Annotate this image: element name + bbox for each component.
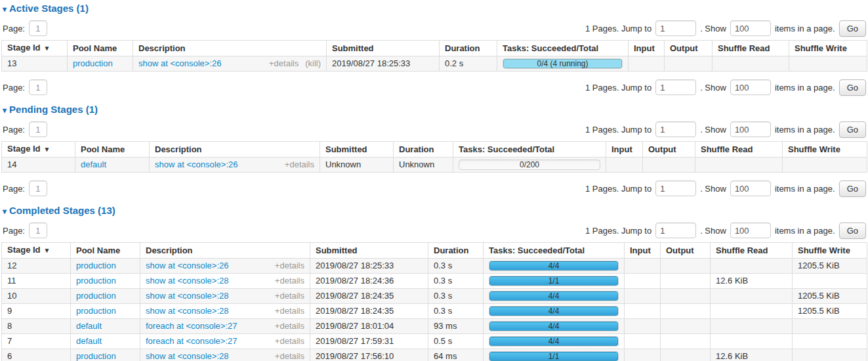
section-title-completed-stages[interactable]: ▾Completed Stages (13): [3, 205, 867, 217]
column-header-shuffle-write[interactable]: Shuffle Write: [789, 41, 867, 56]
pool-link[interactable]: production: [76, 276, 116, 286]
column-header-duration[interactable]: Duration: [428, 243, 484, 259]
items-per-page-input[interactable]: [730, 121, 771, 137]
kill-link[interactable]: (kill): [305, 58, 321, 69]
details-toggle[interactable]: +details: [269, 58, 299, 69]
column-header-shuffle-read[interactable]: Shuffle Read: [695, 142, 783, 158]
stage-description-link[interactable]: show at <console>:28: [146, 276, 228, 286]
column-header-duration[interactable]: Duration: [394, 142, 453, 158]
duration-cell: 64 ms: [428, 349, 484, 361]
pool-link[interactable]: production: [73, 58, 113, 68]
go-button[interactable]: Go: [839, 121, 866, 138]
column-header-input[interactable]: Input: [625, 243, 661, 259]
input-cell: [606, 158, 643, 173]
pool-link[interactable]: production: [76, 261, 116, 270]
details-toggle[interactable]: +details: [285, 159, 314, 170]
pool-link[interactable]: default: [76, 336, 102, 346]
task-progress-label: 0/4 (4 running): [503, 59, 622, 68]
jump-to-page-input[interactable]: [655, 223, 696, 238]
details-toggle[interactable]: +details: [275, 291, 304, 301]
page-number-input[interactable]: [29, 223, 47, 238]
pool-link[interactable]: production: [76, 306, 116, 316]
column-header-pool-name[interactable]: Pool Name: [75, 142, 150, 158]
column-header-submitted[interactable]: Submitted: [320, 142, 394, 158]
column-header-tasks-succeeded-total[interactable]: Tasks: Succeeded/Total: [484, 243, 625, 259]
column-header-input[interactable]: Input: [606, 142, 643, 158]
details-toggle[interactable]: +details: [275, 321, 304, 331]
input-cell: [625, 304, 661, 319]
section-title-active-stages[interactable]: ▾Active Stages (1): [3, 3, 867, 15]
stage-row: 11productionshow at <console>:28+details…: [2, 274, 867, 289]
column-header-description[interactable]: Description: [140, 243, 310, 259]
stage-description-link[interactable]: show at <console>:28: [146, 291, 228, 301]
pages-total-text: 1 Pages. Jump to: [585, 125, 651, 135]
description-actions: +details: [275, 351, 304, 361]
column-header-shuffle-read[interactable]: Shuffle Read: [711, 243, 793, 259]
details-toggle[interactable]: +details: [275, 261, 304, 271]
details-toggle[interactable]: +details: [275, 276, 304, 286]
jump-to-page-input[interactable]: [655, 20, 696, 36]
column-header-tasks-succeeded-total[interactable]: Tasks: Succeeded/Total: [453, 142, 606, 158]
items-per-page-input[interactable]: [730, 79, 771, 95]
column-header-stage-id[interactable]: Stage Id▼: [2, 41, 68, 56]
submitted-cell: 2019/08/27 18:01:04: [310, 319, 428, 334]
column-header-shuffle-write[interactable]: Shuffle Write: [793, 243, 867, 259]
items-per-page-input[interactable]: [730, 223, 771, 238]
column-header-duration[interactable]: Duration: [440, 41, 497, 56]
jump-to-page-input[interactable]: [655, 180, 696, 196]
stage-description-link[interactable]: show at <console>:26: [155, 159, 238, 170]
column-header-stage-id[interactable]: Stage Id▼: [2, 243, 71, 259]
column-header-submitted[interactable]: Submitted: [327, 41, 440, 56]
column-header-shuffle-read[interactable]: Shuffle Read: [713, 41, 789, 56]
column-header-tasks-succeeded-total[interactable]: Tasks: Succeeded/Total: [497, 41, 629, 56]
column-header-output[interactable]: Output: [643, 142, 695, 158]
stage-description-link[interactable]: show at <console>:28: [146, 306, 228, 316]
pool-link[interactable]: production: [76, 351, 116, 361]
details-toggle[interactable]: +details: [275, 306, 304, 316]
column-header-stage-id[interactable]: Stage Id▼: [2, 142, 75, 158]
shuffle-write-cell: [793, 334, 867, 349]
pool-link[interactable]: default: [76, 321, 102, 331]
stage-description-link[interactable]: foreach at <console>:27: [146, 336, 238, 347]
tasks-cell: 4/4: [484, 304, 625, 319]
go-button[interactable]: Go: [839, 20, 866, 37]
description-actions: +details: [275, 336, 304, 347]
stage-description-link[interactable]: foreach at <console>:27: [146, 321, 238, 331]
column-header-submitted[interactable]: Submitted: [310, 243, 428, 259]
column-header-output[interactable]: Output: [665, 41, 713, 56]
go-button[interactable]: Go: [839, 223, 866, 239]
details-toggle[interactable]: +details: [275, 336, 304, 347]
items-per-page-input[interactable]: [730, 180, 771, 196]
column-header-output[interactable]: Output: [661, 243, 711, 259]
task-progress-label: 4/4: [489, 291, 618, 301]
stage-description-link[interactable]: show at <console>:26: [138, 58, 221, 69]
page-number-input[interactable]: [29, 121, 47, 137]
column-header-pool-name[interactable]: Pool Name: [71, 243, 140, 259]
jump-to-page-input[interactable]: [655, 121, 696, 137]
stage-description-link[interactable]: show at <console>:26: [146, 261, 228, 271]
column-header-input[interactable]: Input: [629, 41, 665, 56]
column-header-pool-name[interactable]: Pool Name: [68, 41, 133, 56]
pool-link[interactable]: default: [81, 159, 106, 169]
column-label: Tasks: Succeeded/Total: [503, 43, 598, 53]
go-button[interactable]: Go: [839, 79, 866, 96]
page-number-input[interactable]: [29, 20, 47, 36]
column-header-description[interactable]: Description: [133, 41, 327, 56]
jump-to-page-input[interactable]: [655, 79, 696, 95]
stage-description-link[interactable]: show at <console>:28: [146, 351, 228, 361]
pool-link[interactable]: production: [76, 291, 116, 301]
description-cell: show at <console>:28+details: [140, 274, 310, 289]
items-per-page-input[interactable]: [730, 20, 771, 36]
go-button[interactable]: Go: [839, 180, 866, 197]
task-progress-label: 1/1: [489, 276, 618, 286]
details-toggle[interactable]: +details: [275, 351, 304, 361]
section-title-pending-stages[interactable]: ▾Pending Stages (1): [3, 104, 867, 116]
column-header-description[interactable]: Description: [150, 142, 320, 158]
column-label: Pool Name: [73, 43, 117, 53]
completed-stages-table: Stage Id▼Pool NameDescriptionSubmittedDu…: [1, 242, 867, 361]
tasks-cell: 1/1: [484, 349, 625, 361]
description-cell: show at <console>:28+details: [140, 349, 310, 361]
page-number-input[interactable]: [29, 79, 47, 95]
column-header-shuffle-write[interactable]: Shuffle Write: [783, 142, 867, 158]
page-number-input[interactable]: [29, 180, 47, 196]
